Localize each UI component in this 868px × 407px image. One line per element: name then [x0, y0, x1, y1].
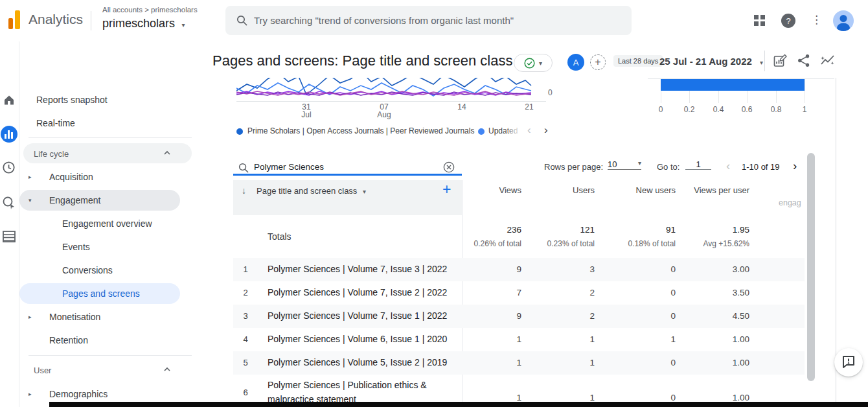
feedback-bubble-icon	[841, 355, 856, 369]
add-dimension-button[interactable]: +	[442, 181, 451, 198]
sidebar-item-demographics[interactable]: Demographics	[49, 389, 108, 399]
row-views-per-user: 3.00	[676, 264, 749, 274]
date-preset-label: Last 28 days	[613, 55, 663, 67]
table-search-field[interactable]	[253, 161, 430, 172]
bar-x-tick: 0.8	[763, 105, 789, 114]
clear-search-icon[interactable]	[443, 161, 455, 173]
search-focus-underline	[233, 174, 462, 176]
add-collaborator-button[interactable]: +	[590, 54, 606, 70]
table-row: 5 Polymer Sciences | Volume 5, Issue 2 |…	[233, 351, 805, 375]
row-users: 2	[521, 311, 595, 321]
y-axis-label: 0	[548, 88, 553, 97]
vertical-scrollbar[interactable]	[807, 153, 815, 381]
legend-fade	[504, 125, 526, 137]
realtime-icon[interactable]	[2, 161, 16, 174]
sidebar-section-label: Life cycle	[34, 149, 69, 159]
sidebar-item-real-time[interactable]: Real-time	[36, 118, 75, 128]
row-new-users: 0	[595, 393, 676, 402]
row-title: Polymer Sciences | Volume 6, Issue 1 | 2…	[268, 334, 447, 344]
totals-views-per-user-sub: Avg +15.62%	[676, 239, 749, 248]
page-title: Pages and screens: Page title and screen…	[212, 52, 513, 69]
row-new-users: 1	[595, 334, 676, 344]
row-views: 7	[462, 288, 521, 297]
legend-next-icon[interactable]: ›	[544, 124, 548, 137]
row-new-users: 0	[595, 288, 676, 297]
customize-report-icon[interactable]	[773, 54, 787, 67]
search-icon	[236, 15, 247, 26]
table-search-input[interactable]	[253, 161, 430, 172]
library-icon[interactable]	[3, 231, 16, 242]
bar-x-tick: 1	[792, 105, 817, 114]
row-users: 2	[521, 288, 595, 297]
row-title: Polymer Sciences | Volume 5, Issue 2 | 2…	[268, 357, 447, 367]
sidebar-item-conversions[interactable]: Conversions	[62, 265, 113, 275]
sidebar-item-acquisition[interactable]: Acquisition	[49, 172, 93, 182]
row-users: 3	[521, 264, 595, 274]
divider	[29, 137, 192, 138]
account-name: primescholars	[102, 17, 175, 30]
date-range-value: 25 Jul - 21 Aug 2022	[659, 56, 752, 67]
report-header: Pages and screens: Page title and screen…	[201, 41, 868, 78]
chevron-down-icon: ▾	[182, 21, 185, 29]
sidebar-item-engagement-overview[interactable]: Engagement overview	[62, 218, 152, 229]
analytics-logo-icon	[15, 10, 20, 29]
global-search[interactable]	[225, 6, 632, 35]
reports-icon[interactable]	[1, 126, 17, 143]
apps-grid-icon[interactable]	[754, 15, 765, 26]
insights-icon[interactable]	[820, 54, 836, 67]
column-header-users[interactable]: Users	[521, 185, 595, 195]
column-header-views[interactable]: Views	[462, 185, 521, 195]
legend-dot	[478, 128, 485, 135]
kebab-menu-icon[interactable]: ⋮	[811, 13, 822, 27]
column-header-new-users[interactable]: New users	[595, 185, 676, 195]
next-page-icon[interactable]: ›	[793, 159, 797, 173]
chevron-down-icon: ▾	[539, 60, 542, 67]
chevron-down-icon: ▾	[760, 59, 763, 66]
avatar[interactable]	[833, 10, 854, 31]
report-status-button[interactable]: ▾	[514, 54, 553, 72]
expand-arrow-icon[interactable]: ▸	[29, 174, 32, 180]
rows-per-page-select[interactable]: 10 ▾	[608, 159, 641, 170]
global-search-input[interactable]	[253, 14, 605, 27]
share-icon[interactable]	[797, 54, 810, 67]
breadcrumb: All accounts > primescholars	[102, 6, 198, 14]
home-icon[interactable]	[3, 93, 16, 106]
legend-prev-icon[interactable]: ‹	[527, 124, 531, 137]
go-to-input[interactable]: 1	[685, 159, 711, 170]
expand-arrow-icon[interactable]: ▸	[29, 314, 32, 320]
divider	[29, 355, 192, 356]
row-views-per-user: 3.50	[676, 288, 749, 297]
totals-users: 121	[521, 225, 595, 235]
prev-page-icon[interactable]: ‹	[726, 159, 730, 173]
column-header-views-per-user[interactable]: Views per user	[676, 185, 749, 195]
bar-chart-bar	[661, 79, 805, 91]
sidebar-item-engagement[interactable]: Engagement	[49, 195, 100, 205]
panel-divider	[836, 78, 836, 402]
divider	[91, 11, 91, 30]
collapse-arrow-icon[interactable]: ▾	[29, 197, 32, 204]
sidebar-item-reports-snapshot[interactable]: Reports snapshot	[36, 95, 108, 105]
help-icon[interactable]: ?	[781, 14, 795, 28]
row-index: 4	[238, 334, 253, 344]
product-name[interactable]: Analytics	[29, 12, 83, 27]
expand-arrow-icon[interactable]: ▸	[29, 391, 32, 397]
x-tick: 21	[516, 102, 542, 111]
date-range-picker[interactable]: 25 Jul - 21 Aug 2022 ▾	[659, 56, 763, 67]
sidebar-item-pages-and-screens[interactable]: Pages and screens	[62, 288, 140, 299]
collaborator-badge[interactable]: A	[567, 54, 584, 71]
totals-views-sub: 0.26% of total	[462, 239, 521, 248]
feedback-button[interactable]	[834, 348, 863, 377]
sidebar-item-monetisation[interactable]: Monetisation	[49, 312, 100, 322]
row-title: Polymer Sciences | Volume 7, Issue 1 | 2…	[268, 310, 447, 321]
explore-icon[interactable]	[2, 196, 16, 210]
sidebar-item-retention[interactable]: Retention	[49, 335, 88, 345]
account-switcher[interactable]: primescholars ▾	[102, 17, 185, 30]
chevron-up-icon[interactable]	[163, 150, 171, 156]
dimension-dropdown[interactable]: Page title and screen class ▾	[257, 186, 366, 196]
sort-arrow-icon[interactable]: ↓	[242, 185, 246, 196]
rows-per-page-label: Rows per page:	[544, 162, 603, 172]
sidebar-item-events[interactable]: Events	[62, 242, 90, 252]
pagination-range: 1-10 of 19	[742, 162, 780, 172]
x-axis-line	[236, 101, 546, 102]
chevron-up-icon[interactable]	[163, 367, 171, 372]
